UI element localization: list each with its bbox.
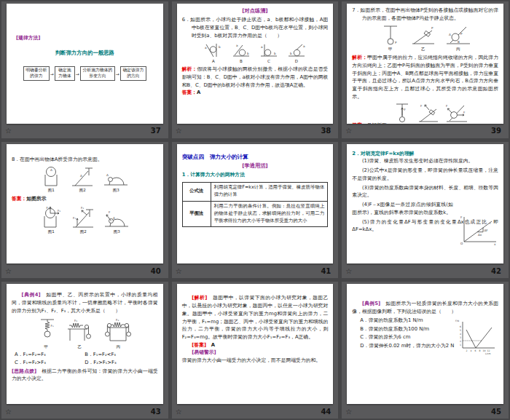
svg-text:4: 4 <box>471 349 472 352</box>
slide-45-canvas: [典例5] 如图所示为一轻质弹簧的长度和弹力大小的关系图像，根据图像判断，下列说… <box>347 284 503 404</box>
options: A．F₁=F₂=F₃ B．F₁=F₂<F₃ C．F₁=F₂>F₃ D．F₂>F₁… <box>12 351 158 366</box>
slide-thumbnail-41[interactable]: 突破点四 弹力大小的计算 [学透用活] 1．计算弹力大小的两种方法 公式法 利用… <box>172 142 339 279</box>
figure-label: B <box>240 59 243 64</box>
option-B: B．F₁=F₂<F₃ <box>85 351 154 359</box>
analysis-label: 解析： <box>352 55 367 60</box>
slide-thumbnail-44[interactable]: [解析] 题图甲中，以弹簧下面的小球为研究对象，题图乙中，以悬挂的小球为研究对象… <box>172 282 339 419</box>
svg-text:ΔF: ΔF <box>484 228 489 231</box>
analysis-tag: [解析] <box>192 295 207 301</box>
star-icon: ☆ <box>345 408 352 416</box>
slide-42-canvas: 2．对胡克定律F=kx的理解 (1)弹簧、橡皮筋等发生形变时必须在弹性限度内。 … <box>347 144 503 264</box>
page-number: 38 <box>321 127 331 135</box>
ball-two-plates-B-icon: a b <box>232 42 251 58</box>
flow-step-2: 确定施力物体 <box>55 66 75 81</box>
answer-figure-row: F₁ F₂ 图1 F₁ F₂ 图2 <box>12 205 158 234</box>
thumbnail-footer: ☆ 45 <box>342 404 509 419</box>
thumbnail-footer: ☆ 37 <box>1 124 168 138</box>
answer-text: 如图所示 <box>26 196 46 202</box>
ball-two-plates-A-icon: a b <box>204 42 223 58</box>
page-number: 45 <box>491 408 501 416</box>
slide-thumbnail-39[interactable]: 7．如图所示，在图中画出物体P受到的各接触点或接触面对它的弹力的示意图，各图中物… <box>342 1 509 138</box>
thumbnail-footer: ☆ 40 <box>1 264 168 278</box>
ball-on-box-force-icon: F₁ F₂ <box>39 205 63 229</box>
svg-text:A: A <box>113 216 115 220</box>
svg-text:F₃: F₃ <box>116 318 119 322</box>
ball-wall-incline-icon: A B P <box>445 24 471 46</box>
page-number: 44 <box>321 408 331 416</box>
svg-text:P: P <box>460 32 463 36</box>
svg-text:F₂: F₂ <box>81 206 84 210</box>
svg-text:F: F <box>460 215 463 219</box>
figure-1: A 图1 <box>40 165 62 193</box>
answer-row: 答案：见解析图 F 甲 F <box>352 102 498 123</box>
thumbnail-footer: ☆ 43 <box>1 404 168 419</box>
table-row: 平衡法 利用二力平衡的条件计算。例如：悬挂在竖直细绳上的物体处于静止状态，求解细… <box>182 201 328 227</box>
answer: [答案] A <box>182 341 329 349</box>
svg-text:2: 2 <box>460 340 461 343</box>
slide-thumbnail-45[interactable]: [典例5] 如图所示为一轻质弹簧的长度和弹力大小的关系图像，根据图像判断，下列说… <box>342 282 509 419</box>
slide-thumbnail-42[interactable]: 2．对胡克定律F=kx的理解 (1)弹簧、橡皮筋等发生形变时必须在弹性限度内。 … <box>342 142 509 279</box>
slide-37-title: 判断弹力方向的一般思路 <box>12 49 158 58</box>
question-6-text: 6．如图所示，小球均处于静止状态，a、b板都和小球接触，A图中b板在竖直位置，B… <box>182 17 329 38</box>
figure-3: A 图3 <box>103 165 129 193</box>
analysis-text: 假设将与小球接触的两板分别撤去，根据小球的状态是否受影响可知：B、C、D图中，a… <box>182 66 329 87</box>
rod-leaning-icon: A <box>71 165 94 187</box>
star-icon: ☆ <box>345 127 352 135</box>
spring-two-pulleys-icon: F₃ <box>102 317 134 344</box>
analysis-text: 甲图中属于绳的拉力，应沿绳指向绳收缩的方向，因此弹力方向沿绳向上；乙图中P与斜面… <box>352 55 498 100</box>
figure-label: 图1 <box>48 229 55 234</box>
flow-step-4: 确定该弹力的方向 <box>120 66 146 81</box>
example-4: [典例4] 如图甲、乙、丙所示的装置中，小球的质量均相同，弹簧和细线的质量均不计… <box>12 291 158 314</box>
svg-text:P: P <box>431 26 434 30</box>
slide-thumbnail-37[interactable]: [规律方法] 判断弹力方向的一般思路 明确要分析的弹力 → 确定施力物体 → 分… <box>1 1 168 138</box>
slide-thumbnail-43[interactable]: [典例4] 如图甲、乙、丙所示的装置中，小球的质量均相同，弹簧和细线的质量均不计… <box>1 282 168 419</box>
svg-text:6: 6 <box>475 349 476 352</box>
slide-thumbnail-40[interactable]: 8．在图中画出物体A所受弹力的示意图。 A 图1 A <box>1 142 168 279</box>
svg-text:F: F <box>463 111 466 114</box>
slide-thumbnail-grid: [规律方法] 判断弹力方向的一般思路 明确要分析的弹力 → 确定施力物体 → 分… <box>0 0 510 420</box>
fl-graph-icon: F/N L/cm 2 4 6 8 10 12 1 2 3 4 5 6 <box>452 317 498 357</box>
arrow-right-icon: → <box>116 66 119 81</box>
svg-text:F₂: F₂ <box>58 208 60 212</box>
thumbnail-footer: ☆ 42 <box>342 264 509 278</box>
svg-text:12: 12 <box>487 349 490 352</box>
ball-two-plates-C-icon: a b <box>259 42 278 58</box>
figure-row: F₁ 甲 F₂ 乙 <box>12 317 158 349</box>
ball-on-box-icon: A <box>40 165 62 187</box>
answer-bracket: （ ） <box>101 308 120 314</box>
warning-header: [易错警示] <box>182 349 329 357</box>
section-header: [学透用活] <box>182 162 329 170</box>
slide-37-canvas: [规律方法] 判断弹力方向的一般思路 明确要分析的弹力 → 确定施力物体 → 分… <box>7 4 163 124</box>
star-icon: ☆ <box>5 408 12 416</box>
example-tag: [典例5] <box>362 301 380 306</box>
option-C: C．F₁=F₂>F₃ <box>15 359 85 367</box>
svg-text:a: a <box>303 44 305 48</box>
figure-label: 图1 <box>48 188 55 193</box>
answer-figure-3: F A 图3 <box>103 205 130 234</box>
table-spring-pulley-icon: F₂ <box>66 317 93 344</box>
analysis: 解析：甲图中属于绳的拉力，应沿绳指向绳收缩的方向，因此弹力方向沿绳向上；乙图中P… <box>352 54 498 100</box>
block-on-incline-icon: P <box>410 24 436 46</box>
star-icon: ☆ <box>176 267 182 275</box>
figure-B: a b B <box>232 42 251 64</box>
slide-thumbnail-38[interactable]: [对点练清] 6．如图所示，小球均处于静止状态，a、b板都和小球接触，A图中b板… <box>172 1 339 138</box>
figure-label: D <box>295 59 298 64</box>
warning-text: 弹簧的弹力大小由一端受力的大小决定，而不是两端受力的和。 <box>182 357 329 365</box>
answer-text: 见解析图 <box>367 122 387 123</box>
methods-table: 公式法 利用胡克定律F=kx计算，适用于弹簧、橡皮筋等物体弹力的计算 平衡法 利… <box>182 182 329 228</box>
question-6: 6．如图所示，小球均处于静止状态，a、b板都和小球接触，A图中b板在竖直位置，B… <box>182 16 329 39</box>
figure-label: 图3 <box>113 188 119 193</box>
svg-text:10: 10 <box>483 349 486 352</box>
slide-40-canvas: 8．在图中画出物体A所受弹力的示意图。 A 图1 A <box>7 144 163 264</box>
answer: 答案：A <box>182 89 329 97</box>
star-icon: ☆ <box>5 267 12 275</box>
svg-text:F: F <box>420 104 423 108</box>
figure-row: A 图1 A 图2 <box>12 165 158 193</box>
answer-figure-2: F₁ F₂ 图2 <box>71 205 95 234</box>
slide-41-canvas: 突破点四 弹力大小的计算 [学透用活] 1．计算弹力大小的两种方法 公式法 利用… <box>177 144 334 264</box>
svg-text:b: b <box>247 52 249 55</box>
figure-D: a b D <box>287 42 306 64</box>
svg-text:F: F <box>404 108 406 111</box>
answer-text: A <box>197 90 200 95</box>
svg-text:P: P <box>395 41 397 44</box>
